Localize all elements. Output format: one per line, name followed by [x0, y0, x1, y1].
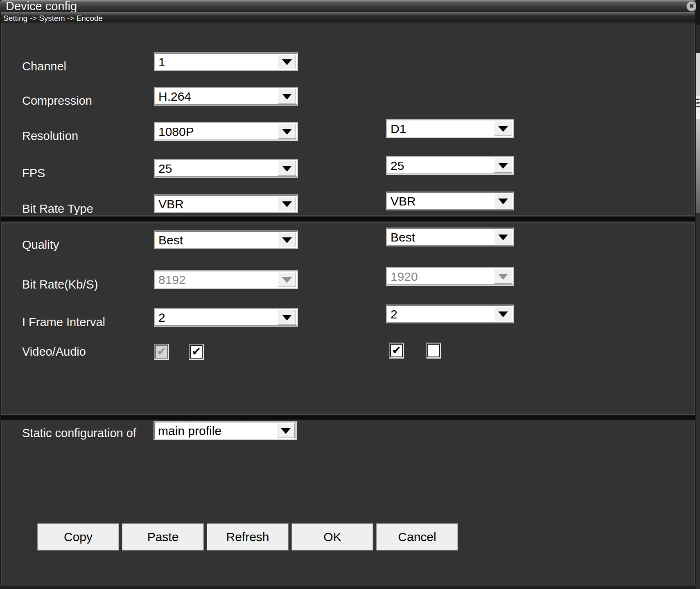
- check-icon: ✔: [192, 346, 201, 357]
- dropdown-arrow-button[interactable]: [494, 230, 512, 244]
- bitrate-select-sub: 1920: [386, 267, 514, 286]
- window-left-edge: [0, 12, 1, 589]
- dropdown-arrow-button[interactable]: [278, 232, 296, 247]
- selected-value: Best: [158, 232, 276, 249]
- dropdown-arrow-button[interactable]: [494, 158, 512, 173]
- bitrate-type-select-main[interactable]: VBR: [154, 194, 298, 213]
- titlebar: Device config: [0, 0, 696, 12]
- dropdown-arrow-icon: [282, 277, 292, 283]
- dropdown-arrow-icon: [498, 311, 508, 317]
- breadcrumb-bar: Setting -> System -> Encode: [0, 12, 696, 24]
- check-icon: ✔: [392, 345, 401, 356]
- background-window-sliver: [696, 0, 700, 25]
- selected-value: VBR: [158, 196, 276, 213]
- dropdown-arrow-button[interactable]: [494, 307, 512, 321]
- quality-select-main[interactable]: Best: [154, 230, 298, 249]
- bitrate-type-select-sub[interactable]: VBR: [386, 192, 514, 210]
- dropdown-arrow-button[interactable]: [494, 121, 512, 136]
- dropdown-arrow-button[interactable]: [278, 54, 296, 69]
- panel-stream-settings-bottom: [1, 223, 695, 414]
- dropdown-arrow-icon: [498, 274, 508, 280]
- selected-value: VBR: [391, 193, 492, 210]
- channel-label: Channel: [22, 60, 66, 72]
- selected-value: 1920: [391, 268, 492, 285]
- channel-select[interactable]: 1: [154, 52, 298, 71]
- selected-value: 1080P: [158, 123, 276, 140]
- background-window-sliver: [696, 213, 700, 589]
- copy-button[interactable]: Copy: [37, 524, 119, 551]
- dropdown-arrow-button[interactable]: [278, 310, 296, 325]
- bitrate-type-label: Bit Rate Type: [22, 203, 93, 215]
- quality-select-sub[interactable]: Best: [386, 228, 514, 246]
- fps-select-main[interactable]: 25: [154, 159, 298, 178]
- panel-stream-settings-top: [1, 25, 695, 216]
- dropdown-arrow-button[interactable]: [277, 423, 295, 438]
- breadcrumb: Setting -> System -> Encode: [3, 14, 103, 23]
- selected-value: 25: [158, 160, 276, 177]
- dropdown-arrow-icon: [282, 237, 292, 243]
- dropdown-arrow-icon: [282, 201, 292, 207]
- selected-value: 1: [158, 54, 276, 71]
- selected-value: Best: [391, 229, 492, 246]
- cancel-button[interactable]: Cancel: [376, 524, 458, 551]
- dropdown-arrow-icon: [282, 59, 292, 65]
- dropdown-arrow-icon: [498, 126, 508, 132]
- dropdown-arrow-icon: [282, 129, 292, 135]
- background-window-sliver: [696, 53, 700, 96]
- iframe-interval-select-sub[interactable]: 2: [386, 305, 514, 323]
- selected-value: D1: [391, 120, 492, 138]
- audio-checkbox-main[interactable]: ✔: [189, 344, 204, 360]
- ok-button[interactable]: OK: [291, 524, 373, 551]
- dropdown-arrow-icon: [498, 199, 508, 204]
- static-config-label: Static configuration of: [22, 427, 136, 439]
- dropdown-arrow-icon: [282, 166, 292, 172]
- dropdown-arrow-button: [494, 269, 512, 284]
- dropdown-arrow-icon: [282, 94, 292, 99]
- background-window-sliver: [696, 96, 700, 119]
- video-checkbox-main: ✔: [154, 344, 169, 360]
- dropdown-arrow-icon: [498, 235, 508, 240]
- dropdown-arrow-button[interactable]: [278, 161, 296, 176]
- resolution-label: Resolution: [22, 130, 78, 142]
- video-audio-label: Video/Audio: [22, 345, 86, 358]
- selected-value: 2: [158, 309, 276, 326]
- iframe-interval-label: I Frame Interval: [22, 316, 105, 328]
- background-window-sliver: [696, 25, 700, 53]
- dropdown-arrow-button[interactable]: [494, 194, 512, 208]
- selected-value: 8192: [158, 271, 276, 289]
- dropdown-arrow-icon: [498, 163, 508, 169]
- iframe-interval-select-main[interactable]: 2: [154, 308, 298, 327]
- compression-label: Compression: [22, 95, 92, 107]
- close-icon: ✖: [689, 3, 694, 9]
- dropdown-arrow-icon: [282, 315, 292, 320]
- bitrate-label: Bit Rate(Kb/S): [22, 278, 98, 291]
- window-bottom-edge: [0, 586, 700, 589]
- fps-label: FPS: [22, 167, 45, 179]
- dropdown-arrow-button: [278, 272, 296, 287]
- dropdown-arrow-button[interactable]: [278, 89, 296, 104]
- static-profile-select[interactable]: main profile: [154, 421, 297, 440]
- compression-select[interactable]: H.264: [154, 87, 298, 106]
- dropdown-arrow-button[interactable]: [278, 124, 296, 139]
- resolution-select-sub[interactable]: D1: [386, 119, 514, 138]
- section-divider: [1, 216, 695, 223]
- selected-value: H.264: [158, 88, 276, 105]
- fps-select-sub[interactable]: 25: [386, 156, 514, 175]
- close-button[interactable]: ✖: [686, 1, 697, 11]
- selected-value: 25: [391, 157, 492, 174]
- selected-value: main profile: [158, 422, 275, 440]
- paste-button[interactable]: Paste: [122, 524, 204, 551]
- background-window-sliver: [696, 119, 700, 213]
- video-checkbox-sub[interactable]: ✔: [389, 343, 404, 359]
- refresh-button[interactable]: Refresh: [207, 524, 289, 551]
- bitrate-select-main: 8192: [154, 270, 298, 289]
- dropdown-arrow-icon: [281, 428, 291, 434]
- section-divider: [1, 414, 695, 421]
- dropdown-arrow-button[interactable]: [278, 196, 296, 211]
- dialog-title: Device config: [6, 0, 77, 12]
- selected-value: 2: [391, 306, 492, 323]
- audio-checkbox-sub[interactable]: [426, 343, 441, 359]
- resolution-select-main[interactable]: 1080P: [154, 122, 298, 141]
- check-icon: ✔: [157, 346, 166, 357]
- quality-label: Quality: [22, 239, 59, 251]
